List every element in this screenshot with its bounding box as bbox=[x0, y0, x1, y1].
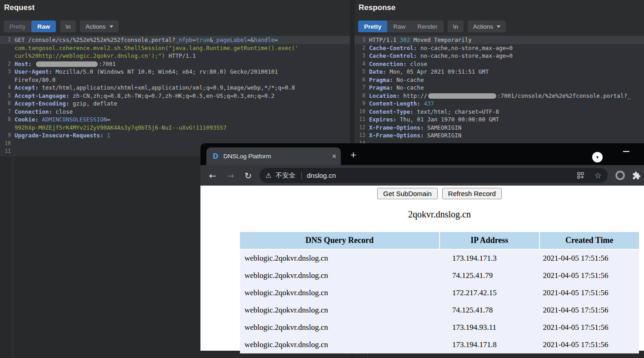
ip-address-cell: 172.217.42.15 bbox=[439, 284, 539, 302]
table-row: weblogic.2qokvr.dnslog.cn173.194.171.820… bbox=[240, 336, 639, 353]
line-number bbox=[0, 44, 11, 52]
browser-tab[interactable]: D DNSLog Platform × bbox=[206, 147, 341, 165]
code-line: 1GET /console/css/%252e%252e%252fconsole… bbox=[0, 36, 350, 44]
ip-address-cell: 173.194.171.3 bbox=[439, 249, 539, 267]
chevron-down-icon bbox=[497, 25, 500, 28]
line-number: 7 bbox=[354, 84, 365, 92]
response-tab-pretty[interactable]: Pretty bbox=[358, 20, 387, 32]
code-line: 8Location: http://:7001/console/%2e%2e%2… bbox=[354, 92, 644, 100]
browser-toolbar: ← → ↻ ⚠ 不安全 dnslog.cn ☆ bbox=[200, 165, 644, 186]
forward-button[interactable]: → bbox=[225, 171, 236, 181]
subdomain-label: 2qokvr.dnslog.cn bbox=[240, 209, 639, 220]
browser-tab-title: DNSLog Platform bbox=[223, 153, 332, 160]
code-line: 7Connection: close bbox=[0, 108, 350, 116]
response-newline-toggle[interactable]: \n bbox=[448, 20, 464, 32]
new-tab-button[interactable]: + bbox=[350, 149, 356, 161]
not-secure-label: 不安全 bbox=[275, 171, 295, 180]
created-time-cell: 2021-04-05 17:51:56 bbox=[539, 267, 639, 284]
code-line: 12X-Frame-Options: SAMEORIGIN bbox=[354, 124, 644, 132]
close-icon[interactable]: × bbox=[332, 153, 336, 160]
line-number: 2 bbox=[0, 60, 11, 68]
code-line: 2Host: :7001 bbox=[0, 60, 350, 68]
refresh-record-button[interactable]: Refresh Record bbox=[442, 188, 502, 199]
address-bar[interactable]: ⚠ 不安全 dnslog.cn ☆ bbox=[260, 168, 608, 183]
header-ip-address: IP Address bbox=[439, 232, 539, 249]
created-time-cell: 2021-04-05 17:51:56 bbox=[539, 319, 639, 336]
request-newline-toggle[interactable]: \n bbox=[60, 20, 76, 32]
line-number: 6 bbox=[354, 76, 365, 84]
response-tab-raw[interactable]: Raw bbox=[387, 20, 411, 32]
bookmark-star-button[interactable]: ☆ bbox=[594, 171, 602, 180]
code-line: 4Accept: text/html,application/xhtml+xml… bbox=[0, 84, 350, 92]
line-number bbox=[0, 76, 11, 84]
created-time-cell: 2021-04-05 17:51:56 bbox=[539, 284, 639, 302]
extensions-puzzle-button[interactable] bbox=[632, 171, 641, 180]
code-line: 10Content-Type: text/html; charset=UTF-8 bbox=[354, 108, 644, 116]
request-actions-button[interactable]: Actions bbox=[80, 20, 118, 32]
code-line: com.tangosol.coherence.mvel2.sh.ShellSes… bbox=[0, 44, 350, 52]
dnslog-page: Get SubDomain Refresh Record 2qokvr.dnsl… bbox=[200, 186, 644, 351]
line-number: 12 bbox=[354, 124, 365, 132]
created-time-cell: 2021-04-05 17:51:56 bbox=[539, 302, 639, 319]
request-tab-raw[interactable]: Raw bbox=[31, 20, 56, 32]
line-number: 7 bbox=[0, 108, 11, 116]
line-number: 11 bbox=[354, 116, 365, 124]
table-row: weblogic.2qokvr.dnslog.cn172.217.42.1520… bbox=[240, 284, 639, 302]
dns-query-table: DNS Query Record IP Address Created Time… bbox=[240, 232, 639, 353]
response-tab-render[interactable]: Render bbox=[411, 20, 443, 32]
response-actions-button[interactable]: Actions bbox=[468, 20, 506, 32]
code-line: 1HTTP/1.1 302 Moved Temporarily bbox=[354, 36, 644, 44]
code-line: 6Pragma: No-cache bbox=[354, 76, 644, 84]
ip-address-cell: 74.125.41.79 bbox=[439, 267, 539, 284]
table-row: weblogic.2qokvr.dnslog.cn173.194.171.320… bbox=[240, 249, 639, 267]
code-line: 4Connection: close bbox=[354, 60, 644, 68]
code-line: 6Accept-Encoding: gzip, deflate bbox=[0, 100, 350, 108]
code-line: 5Date: Mon, 05 Apr 2021 09:51:51 GMT bbox=[354, 68, 644, 76]
line-number: 10 bbox=[354, 108, 365, 116]
line-number bbox=[0, 52, 11, 60]
ip-address-cell: 173.194.93.11 bbox=[439, 319, 539, 336]
line-number: 5 bbox=[354, 68, 365, 76]
request-tab-pretty[interactable]: Pretty bbox=[4, 20, 31, 32]
code-line: 7Pragma: No-cache bbox=[354, 84, 644, 92]
table-row: weblogic.2qokvr.dnslog.cn74.125.41.78202… bbox=[240, 302, 639, 319]
request-tabbar: Pretty Raw \n Actions bbox=[4, 20, 119, 33]
request-actions-label: Actions bbox=[85, 23, 105, 30]
media-control-button[interactable]: ▼ bbox=[592, 152, 603, 162]
header-dns-query-record: DNS Query Record bbox=[240, 232, 439, 249]
back-button[interactable]: ← bbox=[207, 171, 218, 181]
dns-record-cell: weblogic.2qokvr.dnslog.cn bbox=[240, 249, 439, 267]
profile-avatar[interactable] bbox=[615, 171, 625, 180]
ip-address-cell: 173.194.171.8 bbox=[439, 336, 539, 353]
page-button-row: Get SubDomain Refresh Record bbox=[240, 188, 639, 199]
line-number: 11 bbox=[0, 147, 11, 156]
line-number: 4 bbox=[354, 60, 365, 68]
not-secure-warning-icon[interactable]: ⚠ bbox=[265, 171, 271, 180]
header-created-time: Created Time bbox=[539, 232, 639, 249]
code-line: 11Expires: Thu, 01 Jan 1970 00:00:00 GMT bbox=[354, 116, 644, 124]
code-line: 9Upgrade-Insecure-Requests: 1 bbox=[0, 131, 350, 140]
get-subdomain-button[interactable]: Get SubDomain bbox=[377, 188, 438, 199]
ip-address-cell: 74.125.41.78 bbox=[439, 302, 539, 319]
code-line: 5Accept-Language: zh-CN,zh;q=0.8,zh-TW;q… bbox=[0, 92, 350, 100]
table-row: weblogic.2qokvr.dnslog.cn74.125.41.79202… bbox=[240, 267, 639, 284]
request-panel-title: Request bbox=[4, 3, 35, 12]
request-view-tabs: Pretty Raw bbox=[4, 20, 56, 32]
code-line: 8Cookie: ADMINCONSOLESESSION= bbox=[0, 116, 350, 124]
code-line: 9Content-Length: 437 bbox=[354, 100, 644, 108]
line-number: 9 bbox=[0, 131, 11, 140]
line-number: 6 bbox=[0, 100, 11, 108]
response-view-tabs: Pretty Raw Render bbox=[358, 20, 444, 32]
chevron-down-icon bbox=[110, 25, 113, 28]
line-number: 5 bbox=[0, 92, 11, 100]
table-header-row: DNS Query Record IP Address Created Time bbox=[240, 232, 639, 249]
dns-record-cell: weblogic.2qokvr.dnslog.cn bbox=[240, 302, 439, 319]
code-line: 13X-Frame-Options: SAMEORIGIN bbox=[354, 131, 644, 140]
screen: Request Pretty Raw \n Actions 1GET /cons… bbox=[0, 0, 644, 358]
line-number: 10 bbox=[0, 140, 11, 148]
qr-code-button[interactable] bbox=[577, 171, 584, 179]
reload-button[interactable]: ↻ bbox=[243, 171, 254, 181]
triangle-down-icon: ▼ bbox=[595, 155, 599, 160]
response-panel-title: Response bbox=[359, 3, 395, 12]
minimize-button[interactable] bbox=[623, 151, 629, 152]
